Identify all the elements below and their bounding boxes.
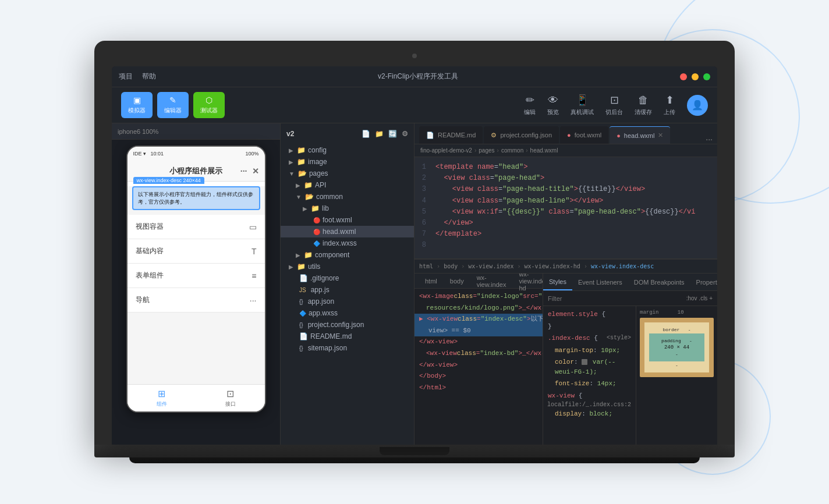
list-item[interactable]: 基础内容 T bbox=[127, 239, 265, 264]
html-tree-line[interactable]: <wx-view class="index-bd">_</wx-view> bbox=[414, 348, 543, 360]
styles-tab-dom[interactable]: DOM Breakpoints bbox=[628, 274, 690, 290]
styles-tab-event[interactable]: Event Listeners bbox=[572, 274, 628, 290]
more-tabs-button[interactable]: ··· bbox=[706, 134, 713, 144]
tree-app-wxss[interactable]: 🔷 app.wxss bbox=[281, 307, 414, 319]
phone-list-items: 视图容器 ▭ 基础内容 T 表单组件 bbox=[127, 215, 265, 313]
edit-action[interactable]: ✏ 编辑 bbox=[524, 94, 536, 116]
bottom-tab-html[interactable]: html bbox=[419, 274, 443, 288]
chevron-icon: ▶ bbox=[296, 182, 300, 189]
camera-bar bbox=[112, 48, 717, 64]
path-index-desc[interactable]: wx-view.index-desc bbox=[591, 263, 654, 269]
tab-label-head: head.wxml bbox=[624, 132, 655, 139]
tab-project-config[interactable]: ⚙ project.config.json bbox=[484, 126, 559, 144]
tree-app-json[interactable]: {} app.json bbox=[281, 296, 414, 307]
menu-item-project[interactable]: 项目 bbox=[119, 72, 133, 81]
bottom-tab-wx-view-hd[interactable]: wx-view.index-hd bbox=[513, 274, 543, 288]
styles-tab-styles[interactable]: Styles bbox=[543, 274, 572, 290]
html-tree-line[interactable]: </body> bbox=[414, 371, 543, 382]
more-icon[interactable]: ··· bbox=[240, 166, 247, 176]
tree-config[interactable]: ▶ 📁 config bbox=[281, 144, 414, 156]
path-body[interactable]: body bbox=[444, 263, 458, 269]
edit-icon: ✏ bbox=[526, 94, 534, 107]
user-avatar[interactable]: 👤 bbox=[687, 95, 708, 116]
list-item[interactable]: 视图容器 ▭ bbox=[127, 215, 265, 239]
menu-item-help[interactable]: 帮助 bbox=[142, 72, 156, 81]
folder-icon-blue: 📂 bbox=[298, 169, 307, 178]
element-path: html › body › wx-view.index › wx-view.in… bbox=[414, 260, 717, 274]
tree-item-label: app.wxss bbox=[309, 309, 338, 317]
tree-pages[interactable]: ▼ 📂 pages bbox=[281, 168, 414, 179]
path-index[interactable]: wx-view.index bbox=[468, 263, 513, 269]
tree-item-label: app.json bbox=[308, 297, 334, 306]
upload-action[interactable]: ⬆ 上传 bbox=[664, 94, 675, 116]
tree-gitignore[interactable]: 📄 .gitignore bbox=[281, 272, 414, 284]
html-tree-line[interactable]: </wx-view> bbox=[414, 336, 543, 348]
list-item[interactable]: 表单组件 ≡ bbox=[127, 264, 265, 288]
tree-api[interactable]: ▶ 📁 API bbox=[281, 179, 414, 191]
close-button[interactable] bbox=[680, 73, 687, 80]
tree-index-wxss[interactable]: 🔷 index.wxss bbox=[281, 237, 414, 249]
html-tree-line[interactable]: resources/kind/logo.png">_</wx-image> bbox=[414, 303, 543, 314]
new-folder-icon[interactable]: 📁 bbox=[375, 130, 384, 138]
preview-action[interactable]: 👁 预览 bbox=[547, 94, 559, 116]
styles-tab-props[interactable]: Properties bbox=[690, 274, 717, 290]
tester-button[interactable]: ⬡ 测试器 bbox=[193, 92, 225, 118]
html-tree-line[interactable]: </wx-view> bbox=[414, 360, 543, 371]
box-model-visual: border - padding - 240 × 44 - - bbox=[640, 318, 714, 377]
settings-icon[interactable]: ⚙ bbox=[402, 130, 408, 138]
tab-head-wxml[interactable]: ● head.wxml ✕ bbox=[610, 126, 670, 144]
close-icon[interactable]: ✕ bbox=[252, 166, 259, 176]
tree-common[interactable]: ▼ 📂 common bbox=[281, 191, 414, 203]
tree-head-wxml[interactable]: 🔴 head.wxml bbox=[281, 226, 414, 237]
list-item[interactable]: 导航 ··· bbox=[127, 288, 265, 313]
new-file-icon[interactable]: 📄 bbox=[362, 130, 370, 138]
editor-panel: 📄 README.md ⚙ project.config.json ● foot… bbox=[414, 123, 717, 445]
tab-readme[interactable]: 📄 README.md bbox=[419, 126, 483, 144]
html-tree-line[interactable]: <wx-image class="index-logo" src="../res… bbox=[414, 291, 543, 303]
bottom-tab-wx-view-index[interactable]: wx-view.index bbox=[471, 274, 512, 288]
maximize-button[interactable] bbox=[703, 73, 710, 80]
chevron-icon: ▶ bbox=[289, 147, 293, 154]
html-tree-line-selected[interactable]: ▶ <wx-view class="index-desc">以下将展示小程序官方… bbox=[414, 314, 543, 325]
nav-item-component[interactable]: ⊞ 组件 bbox=[127, 385, 196, 411]
breadcrumb-root: fino-applet-demo-v2 bbox=[420, 147, 472, 154]
tree-project-config[interactable]: {} project.config.json bbox=[281, 319, 414, 331]
html-tree[interactable]: <wx-image class="index-logo" src="../res… bbox=[414, 289, 543, 445]
editor-button[interactable]: ✎ 编辑器 bbox=[157, 92, 189, 118]
list-item-text-2: 基础内容 bbox=[136, 246, 164, 256]
css-rule-index-desc: .index-desc { <style> bbox=[543, 332, 636, 345]
tree-image[interactable]: ▶ 📁 image bbox=[281, 156, 414, 168]
path-index-hd[interactable]: wx-view.index-hd bbox=[525, 263, 580, 269]
code-area[interactable]: 1 <template name="head"> 2 <view class="… bbox=[414, 157, 717, 258]
path-html[interactable]: html bbox=[419, 263, 433, 269]
editor-tabs: 📄 README.md ⚙ project.config.json ● foot… bbox=[414, 123, 717, 144]
minimize-button[interactable] bbox=[692, 73, 699, 80]
bottom-tab-body[interactable]: body bbox=[444, 274, 470, 288]
folder-icon: 📁 bbox=[297, 262, 306, 271]
tab-close-head[interactable]: ✕ bbox=[658, 132, 663, 139]
tester-icon: ⬡ bbox=[206, 95, 212, 105]
tree-readme[interactable]: 📄 README.md bbox=[281, 331, 414, 342]
tree-sitemap[interactable]: {} sitemap.json bbox=[281, 342, 414, 354]
css-rules: element.style { } .index-desc { bbox=[543, 306, 636, 445]
device-debug-action[interactable]: 📱 真机调试 bbox=[571, 94, 594, 116]
html-tree-line[interactable]: </html> bbox=[414, 382, 543, 394]
code-line-3: 3 <view class="page-head-title">{{title}… bbox=[414, 184, 717, 195]
avatar-icon: 👤 bbox=[692, 100, 703, 111]
nav-item-api[interactable]: ⊡ 接口 bbox=[196, 385, 265, 411]
tree-foot-wxml[interactable]: 🔴 foot.wxml bbox=[281, 214, 414, 226]
tab-foot-wxml[interactable]: ● foot.wxml bbox=[560, 126, 608, 144]
clear-cache-action[interactable]: 🗑 清缓存 bbox=[635, 94, 652, 116]
background-action[interactable]: ⊡ 切后台 bbox=[605, 94, 623, 116]
tree-component[interactable]: ▶ 📁 component bbox=[281, 249, 414, 261]
tree-utils[interactable]: ▶ 📁 utils bbox=[281, 261, 414, 272]
folder-icon: 📁 bbox=[304, 251, 313, 259]
refresh-icon[interactable]: 🔄 bbox=[388, 130, 397, 138]
tree-lib[interactable]: ▶ 📁 lib bbox=[281, 203, 414, 214]
tree-app-js[interactable]: JS app.js bbox=[281, 284, 414, 296]
html-tree-line-selected[interactable]: view> == $0 bbox=[414, 325, 543, 337]
filter-input[interactable] bbox=[548, 295, 683, 302]
chevron-icon: ▶ bbox=[296, 252, 300, 258]
simulator-button[interactable]: ▣ 模拟器 bbox=[121, 92, 153, 118]
phone-frame: IDE ▾ 10:01 100% 小程序组件展示 ··· bbox=[126, 145, 266, 413]
